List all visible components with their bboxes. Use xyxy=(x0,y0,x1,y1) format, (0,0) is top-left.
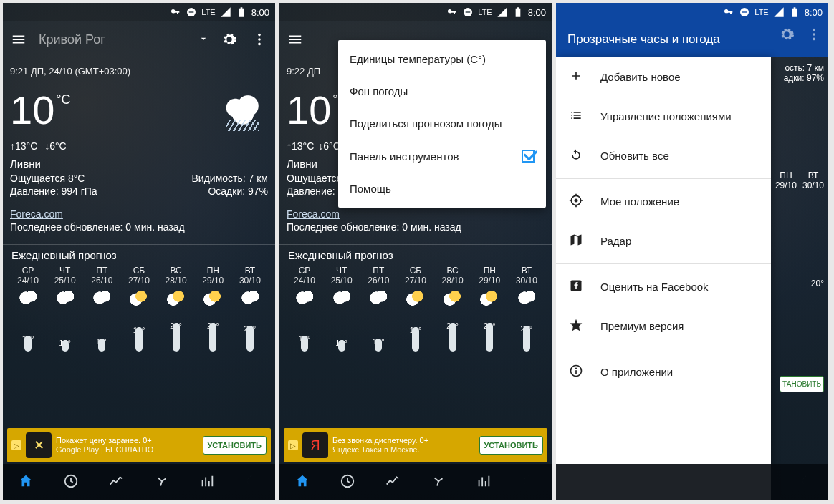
weather-icon xyxy=(218,92,268,131)
signal-icon xyxy=(497,6,508,18)
signal-icon xyxy=(773,6,785,18)
tab-hourly[interactable] xyxy=(340,473,355,491)
location-title[interactable]: Кривой Рог xyxy=(39,32,188,47)
forecast-icon xyxy=(516,290,537,306)
tab-hourly[interactable] xyxy=(63,473,79,491)
battery-icon xyxy=(512,6,524,18)
tab-home[interactable] xyxy=(18,473,34,491)
refresh-icon xyxy=(569,147,583,164)
provider-link[interactable]: Foreca.com xyxy=(10,208,268,220)
forecast-icon xyxy=(405,290,426,306)
forecast-icon xyxy=(202,290,224,306)
svg-point-20 xyxy=(575,368,577,369)
svg-point-10 xyxy=(437,480,439,482)
svg-point-4 xyxy=(258,43,261,46)
ad-banner[interactable]: ▷ Я Без звонка диспетчеру. 0+ Яндекс.Так… xyxy=(284,428,547,462)
menu-toolbar-toggle[interactable]: Панель инструментов xyxy=(338,140,546,173)
ad-thumb: ✕ xyxy=(26,432,52,458)
forecast-day[interactable]: СР24/1013° xyxy=(11,266,44,352)
map-icon xyxy=(569,233,583,249)
status-bar: LTE 8:00 xyxy=(556,3,828,21)
screenshot-main: LTE 8:00 Кривой Рог 9:21 ДП, 24/10 (GMT+… xyxy=(3,3,275,500)
drawer-item-plus[interactable]: Добавить новое xyxy=(556,57,771,97)
forecast-day[interactable]: ЧТ25/1010° xyxy=(49,266,82,352)
svg-point-13 xyxy=(813,29,815,32)
ad-thumb: Я xyxy=(302,432,328,458)
forecast-day[interactable]: ПТ26/1011° xyxy=(85,266,118,352)
overflow-icon[interactable] xyxy=(249,29,269,49)
checkbox-icon[interactable] xyxy=(522,150,535,163)
ad-install-button[interactable]: УСТАНОВИТЬ xyxy=(479,436,543,455)
forecast-day[interactable]: ПН29/1022° xyxy=(473,266,506,352)
forecast-day[interactable]: ВС28/1022° xyxy=(436,266,469,352)
tab-moon[interactable] xyxy=(800,473,815,491)
dnd-icon xyxy=(186,6,197,18)
fb-icon xyxy=(569,278,583,295)
tab-bars[interactable] xyxy=(199,473,215,491)
screenshot-overflow-menu: LTE 8:00 9:22 ДП 10°C ↑13°C↓6°C Ливни Ощ… xyxy=(279,3,552,500)
forecast-day[interactable]: ВТ30/1020° xyxy=(510,266,543,352)
nav-drawer: Добавить новоеУправление положениямиОбно… xyxy=(556,57,771,500)
drawer-item-fb[interactable]: Оценить на Facebook xyxy=(556,267,771,306)
dropdown-icon[interactable] xyxy=(198,33,209,47)
forecast-day[interactable]: ВТ30/1020° xyxy=(234,266,267,352)
settings-icon[interactable] xyxy=(777,24,797,44)
status-bar: LTE 8:00 xyxy=(3,3,275,21)
drawer-item-locate[interactable]: Мое положение xyxy=(556,182,771,221)
drawer-item-info[interactable]: О приложении xyxy=(556,352,771,392)
ad-install-button[interactable]: УСТАНОВИТЬ xyxy=(203,436,267,455)
forecast-icon xyxy=(166,290,187,306)
forecast-day[interactable]: ЧТ25/1010° xyxy=(325,266,358,352)
lte-label: LTE xyxy=(478,9,492,16)
forecast-day[interactable]: СБ27/1019° xyxy=(399,266,432,352)
forecast-icon xyxy=(54,290,76,306)
tab-bars[interactable] xyxy=(476,473,492,491)
overflow-icon[interactable] xyxy=(804,24,824,44)
drawer-item-star[interactable]: Премиум версия xyxy=(556,306,771,346)
menu-help[interactable]: Помощь xyxy=(338,173,546,205)
menu-icon[interactable] xyxy=(9,29,29,49)
temperature: 10 °C xyxy=(10,87,71,133)
tab-graph[interactable] xyxy=(108,473,124,491)
svg-point-16 xyxy=(575,199,578,203)
menu-temp-units[interactable]: Единицы температуры (C°) xyxy=(338,43,546,75)
screenshot-nav-drawer: LTE 8:00 Прозрачные часы и погода Добави… xyxy=(556,3,828,500)
drawer-item-refresh[interactable]: Обновить все xyxy=(556,136,771,175)
forecast-day[interactable]: ПН29/1022° xyxy=(196,266,229,352)
tab-graph[interactable] xyxy=(385,473,401,491)
menu-share[interactable]: Поделиться прогнозом погоды xyxy=(338,107,546,140)
feels-like: Ощущается 8°C xyxy=(10,173,85,184)
tab-wind[interactable] xyxy=(154,473,170,491)
bottom-nav xyxy=(279,464,552,500)
forecast-day[interactable]: СР24/1013° xyxy=(288,266,321,352)
svg-rect-12 xyxy=(742,11,747,12)
forecast-icon xyxy=(479,290,500,306)
dnd-icon xyxy=(739,6,750,18)
forecast-day[interactable]: СБ27/1019° xyxy=(123,266,155,352)
ad-banner[interactable]: ▷ ✕ Покажет цену заранее. 0+ Google Play… xyxy=(7,428,271,462)
plus-icon xyxy=(569,69,583,85)
key-icon xyxy=(723,6,734,18)
tab-moon[interactable] xyxy=(244,473,260,491)
pressure: Давление: 994 гПа xyxy=(10,185,97,197)
svg-point-2 xyxy=(258,34,261,37)
forecast-day[interactable]: ПТ26/1011° xyxy=(362,266,395,352)
forecast-day[interactable]: ВС28/1022° xyxy=(160,266,193,352)
forecast-row[interactable]: СР24/1013°ЧТ25/1010°ПТ26/1011°СБ27/1019°… xyxy=(10,266,268,352)
forecast-row[interactable]: СР24/1013°ЧТ25/1010°ПТ26/1011°СБ27/1019°… xyxy=(287,266,545,352)
svg-rect-8 xyxy=(466,11,471,12)
bottom-nav xyxy=(556,464,828,500)
drawer-item-list[interactable]: Управление положениями xyxy=(556,97,771,136)
ad-install-button[interactable]: ТАНОВИТЬ xyxy=(780,376,824,392)
tab-wind[interactable] xyxy=(431,473,446,491)
timestamp: 9:21 ДП, 24/10 (GMT+03:00) xyxy=(10,66,268,77)
forecast-icon xyxy=(331,290,353,306)
key-icon xyxy=(170,6,181,18)
drawer-item-map[interactable]: Радар xyxy=(556,221,771,261)
menu-background[interactable]: Фон погоды xyxy=(338,75,546,107)
tab-moon[interactable] xyxy=(521,473,537,491)
forecast-icon xyxy=(17,290,39,306)
tab-home[interactable] xyxy=(294,473,310,491)
settings-icon[interactable] xyxy=(219,29,239,49)
menu-icon[interactable] xyxy=(285,29,305,49)
